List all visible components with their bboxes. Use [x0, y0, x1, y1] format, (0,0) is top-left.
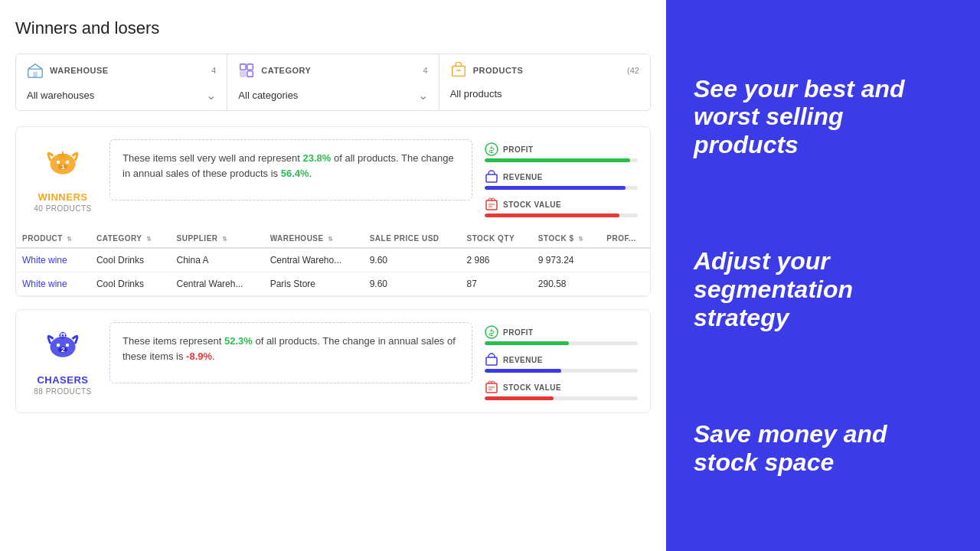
warehouse-select[interactable]: All warehouses ⌄ — [27, 83, 216, 110]
category-filter[interactable]: CATEGORY 4 All categories ⌄ — [227, 54, 439, 110]
chasers-revenue-bar-bg — [485, 369, 638, 373]
svg-text:2: 2 — [61, 346, 65, 354]
svg-rect-15 — [486, 174, 497, 182]
col-stock-dollar[interactable]: STOCK $ ⇅ — [532, 230, 600, 248]
chasers-card: 2 CHASERS 88 PRODUCTS These items repres… — [15, 309, 651, 413]
right-panel: See your best and worst selling products… — [666, 0, 980, 551]
row1-category: Cool Drinks — [90, 248, 171, 272]
row2-product[interactable]: White wine — [16, 272, 90, 296]
chasers-profit-label: PROFIT — [503, 328, 534, 337]
svg-point-14 — [485, 143, 498, 155]
chasers-subtitle: 88 PRODUCTS — [34, 387, 92, 396]
chasers-badge-icon: 2 — [40, 322, 86, 368]
winners-badge-col: 1 WINNERS 40 PRODUCTS — [28, 139, 97, 213]
winners-table: PRODUCT ⇅ CATEGORY ⇅ SUPPLIER ⇅ WAREHOUS… — [16, 230, 650, 296]
chasers-stock-icon — [485, 380, 498, 394]
winners-stock-bar — [485, 214, 619, 217]
col-category[interactable]: CATEGORY ⇅ — [90, 230, 171, 248]
svg-rect-3 — [247, 64, 253, 70]
product-sort-icon: ⇅ — [67, 236, 73, 243]
winners-profit-label: PROFIT — [503, 145, 534, 154]
winners-subtitle: 40 PRODUCTS — [34, 204, 92, 213]
col-price[interactable]: SALE PRICE USD — [364, 230, 461, 248]
chasers-description: These items represent 52.3% of all produ… — [109, 322, 472, 383]
svg-rect-31 — [486, 357, 497, 365]
svg-rect-4 — [240, 71, 246, 77]
category-value: All categories — [238, 90, 298, 101]
row1-product[interactable]: White wine — [16, 248, 90, 272]
category-sort-icon: ⇅ — [146, 236, 152, 243]
rp-block-2: Adjust your segmentation strategy — [694, 247, 952, 331]
profit-icon — [485, 142, 498, 156]
chasers-percent2: -8.9% — [186, 350, 212, 362]
warehouse-sort-icon: ⇅ — [328, 236, 334, 243]
col-product[interactable]: PRODUCT ⇅ — [16, 230, 90, 248]
stock-value-icon — [485, 197, 498, 211]
rp-heading-1: See your best and worst selling products — [694, 75, 952, 159]
svg-point-27 — [62, 337, 64, 339]
svg-point-25 — [62, 334, 64, 337]
winners-badge-icon: 1 — [40, 139, 86, 185]
left-panel: Winners and losers WAREHOUSE 4 All wareh… — [0, 0, 666, 551]
svg-point-28 — [59, 334, 60, 336]
stock-sort-icon: ⇅ — [578, 236, 584, 243]
winners-description: These items sell very well and represent… — [109, 139, 472, 201]
chasers-revenue-icon — [485, 353, 498, 367]
svg-rect-32 — [486, 383, 497, 393]
chasers-stock-bar-bg — [485, 396, 638, 400]
supplier-sort-icon: ⇅ — [222, 236, 228, 243]
winners-desc-suffix: . — [309, 168, 312, 179]
winners-desc-prefix: These items sell very well and represent — [122, 152, 303, 164]
table-row: White wine Cool Drinks Central Wareh... … — [16, 272, 650, 296]
col-stock-qty[interactable]: STOCK QTY — [460, 230, 531, 248]
row1-stock-qty: 2 986 — [460, 248, 531, 272]
chasers-profit-metric: PROFIT — [485, 325, 638, 345]
row1-supplier: China A — [171, 248, 264, 272]
products-label: PRODUCTS — [473, 66, 621, 75]
row2-warehouse: Paris Store — [264, 272, 364, 296]
page-title: Winners and losers — [15, 18, 651, 38]
row1-price: 9.60 — [364, 248, 461, 272]
winners-revenue-metric: REVENUE — [485, 170, 638, 190]
svg-point-29 — [65, 334, 67, 336]
warehouse-icon — [27, 62, 44, 79]
row2-supplier: Central Wareh... — [171, 272, 264, 296]
chasers-profit-bar — [485, 341, 569, 345]
chasers-stock-label: STOCK VALUE — [503, 383, 561, 392]
winners-stock-metric: STOCK VALUE — [485, 197, 638, 217]
row2-profit — [600, 272, 650, 296]
category-select[interactable]: All categories ⌄ — [238, 83, 427, 110]
filters-row: WAREHOUSE 4 All warehouses ⌄ CATEGORY 4 — [15, 54, 651, 111]
winners-revenue-label: REVENUE — [503, 173, 543, 181]
chasers-profit-icon — [485, 325, 498, 339]
winners-metrics: PROFIT REVENUE — [485, 139, 638, 217]
products-icon — [450, 62, 467, 79]
svg-rect-5 — [247, 71, 253, 77]
row2-category: Cool Drinks — [90, 272, 171, 296]
products-filter[interactable]: PRODUCTS (42 All products — [439, 54, 650, 110]
row1-warehouse: Central Wareho... — [264, 248, 364, 272]
chasers-revenue-metric: REVENUE — [485, 353, 638, 373]
row2-stock-qty: 87 — [460, 272, 531, 296]
winners-card: 1 WINNERS 40 PRODUCTS These items sell v… — [15, 126, 651, 297]
table-row: White wine Cool Drinks China A Central W… — [16, 248, 650, 272]
chasers-metrics: PROFIT REVENUE — [485, 322, 638, 400]
col-supplier[interactable]: SUPPLIER ⇅ — [171, 230, 264, 248]
winners-revenue-bar-bg — [485, 186, 638, 190]
chasers-stock-bar — [485, 396, 554, 400]
category-count: 4 — [423, 66, 428, 75]
col-profit[interactable]: PROF... — [600, 230, 650, 248]
revenue-icon — [485, 170, 498, 184]
winners-profit-metric: PROFIT — [485, 142, 638, 162]
warehouse-filter[interactable]: WAREHOUSE 4 All warehouses ⌄ — [16, 54, 227, 110]
chasers-profit-bar-bg — [485, 341, 638, 345]
chasers-desc-prefix: These items represent — [122, 335, 224, 347]
chasers-badge-col: 2 CHASERS 88 PRODUCTS — [28, 322, 97, 396]
chasers-title: CHASERS — [37, 374, 88, 386]
products-select[interactable]: All products — [450, 83, 639, 107]
winners-title: WINNERS — [38, 191, 88, 203]
col-warehouse[interactable]: WAREHOUSE ⇅ — [264, 230, 364, 248]
warehouse-count: 4 — [211, 66, 216, 75]
rp-heading-2: Adjust your segmentation strategy — [694, 247, 952, 331]
category-icon — [238, 62, 255, 79]
